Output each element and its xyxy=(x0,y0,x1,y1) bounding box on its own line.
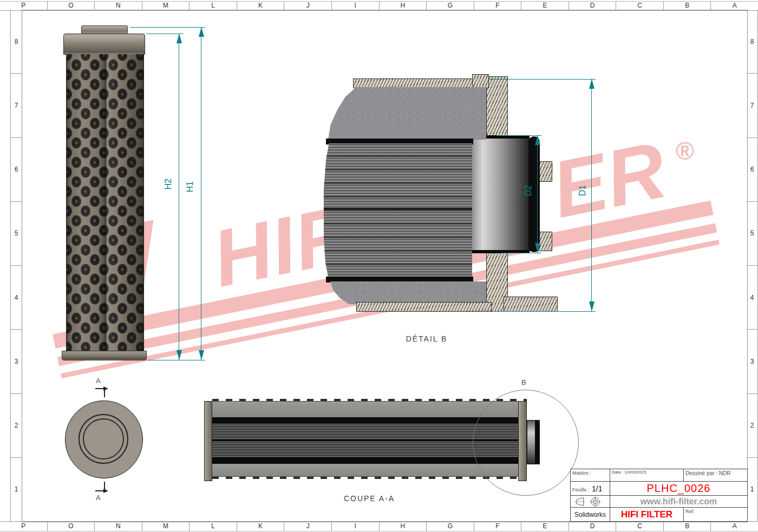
grid-band-bottom: PONMLKJIHGFEDCBA xyxy=(0,521,758,531)
sheet-number: 1/1 xyxy=(592,484,602,493)
grid-band-right: 87654321 xyxy=(747,10,758,521)
grid-column-label: K xyxy=(237,2,284,10)
brand-name: HIFI FILTER xyxy=(610,508,684,521)
grid-row-label: 3 xyxy=(747,329,757,393)
grid-row-label: 6 xyxy=(747,137,757,201)
grid-column-label: D xyxy=(568,522,616,531)
grid-column-label: C xyxy=(616,522,663,531)
section-view-title: COUPE A-A xyxy=(321,494,418,503)
grid-column-label: I xyxy=(331,522,379,531)
dim-label-h1: H1 xyxy=(185,175,196,199)
grid-row-label: 8 xyxy=(747,10,757,73)
grid-row-label: 7 xyxy=(747,73,757,137)
grid-row-label: 5 xyxy=(747,201,757,265)
section-cut-label-a-bottom: A xyxy=(96,494,101,502)
grid-band-left: 87654321 xyxy=(10,10,22,521)
grid-column-label: L xyxy=(189,2,237,10)
grid-column-label: M xyxy=(142,522,190,531)
drawing-sheet: HIFI FILTER ® PONMLKJIHGFEDCBA PONMLKJIH… xyxy=(0,0,758,532)
grid-column-label: E xyxy=(521,2,568,10)
grid-column-label: P xyxy=(0,522,47,531)
detail-view-title: DÉTAIL B xyxy=(383,334,470,343)
dim-label-d2: D2 xyxy=(524,179,534,202)
software-label: Solidworks xyxy=(571,508,610,521)
section-cut-label-a-top: A xyxy=(96,377,101,385)
grid-column-label: P xyxy=(0,2,47,10)
grid-column-label: H xyxy=(379,2,427,10)
dim-leader xyxy=(147,360,205,360)
grid-column-label: B xyxy=(663,522,711,531)
grid-row-label: 4 xyxy=(11,265,22,329)
ref-label: Ref: xyxy=(684,508,747,521)
grid-column-label: F xyxy=(474,522,521,531)
grid-column-label: N xyxy=(94,522,142,531)
grid-row-label: 1 xyxy=(747,457,757,521)
grid-column-label: F xyxy=(474,2,521,10)
grid-column-label: O xyxy=(47,522,95,531)
section-cut-mark xyxy=(104,388,105,397)
grid-column-label: K xyxy=(237,522,284,531)
date-field: Date : 10/03/2023 xyxy=(610,469,684,482)
dim-leader xyxy=(130,27,205,28)
grid-column-label: E xyxy=(521,522,568,531)
dim-leader xyxy=(489,79,596,80)
grid-row-label: 4 xyxy=(747,265,757,329)
grid-row-label: 2 xyxy=(747,393,757,457)
dim-line-h1 xyxy=(201,27,201,360)
grid-column-label: O xyxy=(47,2,95,10)
grid-column-label: C xyxy=(616,2,663,10)
material-label: Matière : xyxy=(571,469,610,482)
grid-row-label: 5 xyxy=(11,201,22,265)
grid-band-top: PONMLKJIHGFEDCBA xyxy=(0,1,758,11)
dim-leader xyxy=(492,311,596,312)
grid-column-label: J xyxy=(284,2,331,10)
grid-row-label: 1 xyxy=(11,457,22,521)
dim-leader xyxy=(501,253,541,253)
grid-column-label: G xyxy=(426,2,474,10)
grid-column-label: D xyxy=(568,2,616,10)
dim-label-d1: D1 xyxy=(578,179,589,202)
first-angle-projection-icon xyxy=(575,496,605,507)
dim-label-h2: H2 xyxy=(164,172,174,196)
detail-callout-label: B xyxy=(521,378,527,386)
dim-line-h2 xyxy=(179,34,179,360)
grid-column-label: A xyxy=(710,522,758,531)
title-block: Matière : Date : 10/03/2023 Dessiné par … xyxy=(570,469,748,522)
grid-column-label: J xyxy=(284,522,331,531)
grid-row-label: 8 xyxy=(11,10,22,73)
drawn-by-field: Dessiné par : NDR xyxy=(684,469,747,482)
grid-column-label: N xyxy=(94,2,142,10)
dim-line-d2 xyxy=(537,135,538,253)
grid-row-label: 6 xyxy=(11,137,22,201)
website-url: www.hifi-filter.com xyxy=(610,496,747,508)
grid-column-label: L xyxy=(189,522,237,531)
section-cut-arrow-icon xyxy=(103,489,108,493)
grid-column-label: I xyxy=(331,2,379,10)
grid-column-label: B xyxy=(663,2,711,10)
grid-row-label: 3 xyxy=(11,329,22,393)
grid-column-label: A xyxy=(710,2,758,10)
part-number: PLHC_0026 xyxy=(610,482,747,496)
sheet-label: Feuille : xyxy=(572,487,590,492)
grid-row-label: 7 xyxy=(11,73,22,137)
dim-line-d1 xyxy=(591,79,592,311)
grid-column-label: H xyxy=(379,522,427,531)
grid-row-label: 2 xyxy=(11,393,22,457)
projection-symbol-cell xyxy=(571,496,610,508)
sheet-number-cell: Feuille : 1/1 xyxy=(571,482,610,496)
drawing-frame xyxy=(22,10,748,522)
grid-column-label: G xyxy=(426,522,474,531)
grid-column-label: M xyxy=(142,2,190,10)
